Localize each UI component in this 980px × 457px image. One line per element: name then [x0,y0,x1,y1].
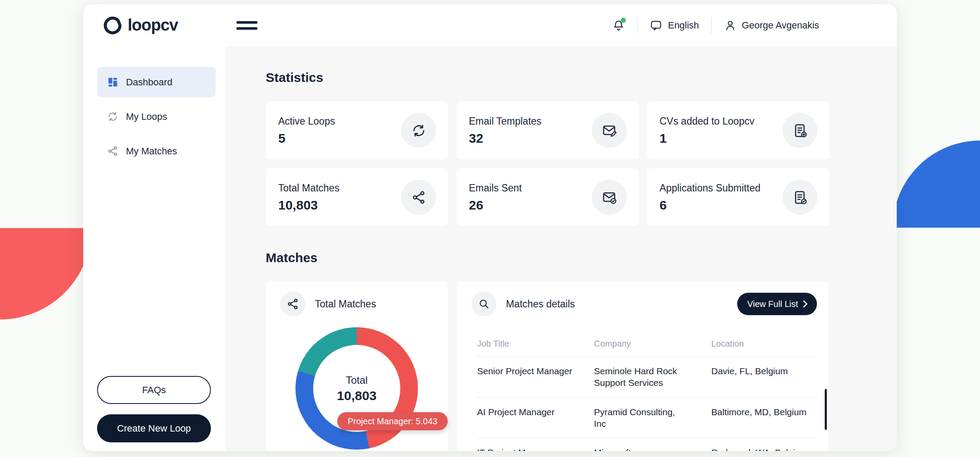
matches-table: Job Title Company Location Senior Projec… [477,339,817,451]
total-matches-title: Total Matches [315,298,376,310]
stat-card-total-matches: Total Matches 10,803 [266,168,448,226]
total-matches-card: Total Matches Total 10,803 Project Manag… [266,282,448,451]
view-full-list-label: View Full List [748,299,798,309]
window-body: Dashboard My Loops [83,46,897,451]
stat-card-emails-sent: Emails Sent 26 [456,168,639,226]
app-window: loopcv [83,4,897,451]
cell-job-title: Senior Project Manager [477,365,594,377]
matches-section: Total Matches Total 10,803 Project Manag… [266,282,829,451]
matches-details-card: Matches details View Full List Job Title [457,282,828,451]
matches-icon-chip [280,291,305,316]
stat-card-cvs-added: CVs added to Loopcv 1 [647,101,829,160]
table-scrollbar[interactable] [825,389,827,430]
sidebar-item-label: My Loops [126,111,167,122]
dashboard-icon [107,76,119,88]
cell-job-title: AI Project Manager [477,406,594,418]
decorative-blue-circle [893,141,980,228]
cv-document-icon [792,123,808,138]
logo[interactable]: loopcv [103,16,178,35]
network-icon [411,190,427,205]
chevron-right-icon [802,300,808,308]
menu-bar [236,21,258,24]
donut-tooltip: Project Manager: 5.043 [337,412,448,430]
user-icon [724,19,737,32]
donut-center: Total 10,803 [295,327,418,450]
top-header: loopcv [83,4,897,46]
matches-details-header: Matches details View Full List [457,282,828,316]
donut-center-value: 10,803 [337,388,377,403]
stats-grid: Active Loops 5 Email Template [266,101,829,226]
stat-icon-chip [401,113,436,148]
cell-company: Seminole Hard Rock Support Services [594,365,688,389]
table-row[interactable]: IT Project Manager Microsoft Redmond, WA… [477,438,817,451]
stat-icon-chip [592,180,627,215]
view-full-list-button[interactable]: View Full List [737,293,817,315]
language-selector[interactable]: English [650,19,699,32]
loops-icon [107,111,119,122]
email-template-icon [602,123,617,138]
stat-icon-chip [782,113,817,148]
matches-icon [107,145,119,157]
stat-card-email-templates: Email Templates 32 [456,101,639,160]
chat-icon [650,19,663,32]
faqs-button[interactable]: FAQs [97,376,211,404]
table-row[interactable]: AI Project Manager Pyramid Consulting, I… [477,398,817,438]
statistics-heading: Statistics [266,70,829,85]
logo-text: loopcv [128,16,178,34]
user-menu[interactable]: George Avgenakis [724,19,819,32]
table-header-row: Job Title Company Location [477,339,817,357]
notifications-button[interactable] [612,19,625,32]
sidebar-item-dashboard[interactable]: Dashboard [97,67,216,97]
cell-location: Baltimore, MD, Belgium [711,406,817,418]
search-icon-chip [471,291,496,316]
total-matches-card-header: Total Matches [266,282,448,316]
stat-card-applications-submitted: Applications Submitted 6 [647,168,829,226]
menu-toggle-button[interactable] [236,21,258,30]
application-check-icon [792,190,808,205]
decorative-red-circle [0,228,91,319]
menu-bar [236,27,258,30]
user-name: George Avgenakis [742,20,819,31]
search-icon [478,298,490,310]
sidebar-item-my-loops[interactable]: My Loops [97,101,216,132]
stat-icon-chip [592,113,627,148]
sidebar-item-label: Dashboard [126,77,173,88]
sidebar: Dashboard My Loops [83,46,226,451]
network-icon [286,297,299,310]
stat-icon-chip [782,180,817,215]
loopcv-logo-icon [103,16,122,35]
main-content: Statistics Active Loops 5 [226,46,897,451]
col-company: Company [594,339,711,349]
header-divider [711,17,712,34]
col-location: Location [711,339,817,349]
loop-icon [411,123,427,138]
cell-company: Microsoft [594,447,688,451]
total-matches-donut: Total 10,803 [295,327,418,450]
notification-dot [621,18,626,23]
page-background: loopcv [0,0,980,457]
header-actions: English George Avgenakis [612,17,819,34]
language-label: English [668,20,699,31]
stat-card-active-loops: Active Loops 5 [266,101,448,160]
sidebar-item-label: My Matches [126,146,177,157]
email-sent-icon [602,190,617,205]
header-divider [637,17,638,34]
cell-job-title: IT Project Manager [477,447,594,451]
cell-location: Davie, FL, Belgium [711,365,817,377]
col-job-title: Job Title [477,339,594,349]
matches-details-title: Matches details [506,298,575,310]
create-new-loop-button[interactable]: Create New Loop [97,414,211,442]
cell-company: Pyramid Consulting, Inc [594,406,688,430]
donut-center-label: Total [346,374,368,386]
stat-icon-chip [401,180,436,215]
matches-heading: Matches [266,250,829,265]
cell-location: Redmond, WA, Belgium [711,447,817,451]
sidebar-item-my-matches[interactable]: My Matches [97,136,216,166]
table-row[interactable]: Senior Project Manager Seminole Hard Roc… [477,357,817,398]
